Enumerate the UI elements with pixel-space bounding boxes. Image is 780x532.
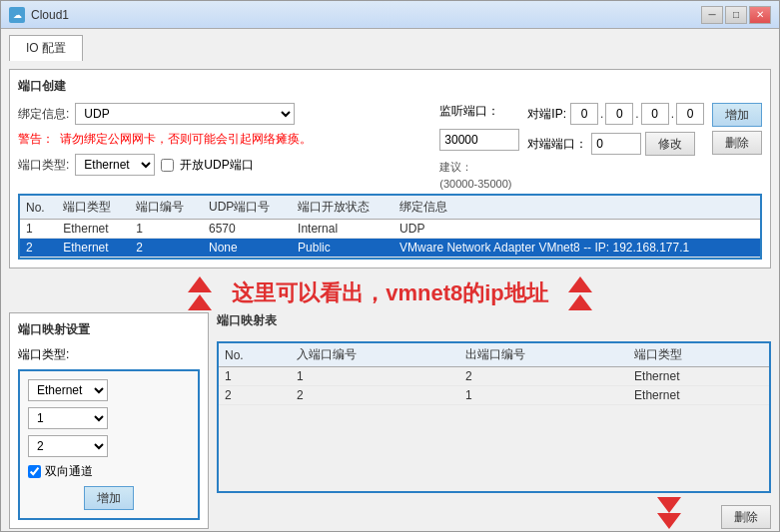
right-arrow-group (568, 276, 592, 310)
left-arrow-up-icon (188, 276, 212, 292)
cell-type: Ethernet (57, 239, 130, 258)
add-mapping-button[interactable]: 增加 (84, 486, 134, 510)
cell-bind: VMware Network Adapter VMnet8 -- IP: 192… (393, 239, 760, 258)
ip-octet-2[interactable] (605, 103, 633, 125)
dest-ip-input: . . . (570, 103, 704, 125)
pmap-row[interactable]: 221Ethernet (219, 386, 769, 405)
pmap-type-select[interactable]: Ethernet (28, 379, 108, 401)
arrow-down-icon (657, 497, 681, 513)
listen-port-label: 监听端口： (439, 103, 499, 120)
main-window: ☁ Cloud1 ─ □ ✕ IO 配置 端口创建 绑定信息: UDP (0, 0, 780, 532)
maximize-button[interactable]: □ (725, 6, 747, 24)
bind-info-select[interactable]: UDP (75, 103, 295, 125)
pmap-type-label: 端口类型: (18, 346, 69, 363)
suggest-label: 建议： (439, 160, 519, 175)
pmap-table-container: No. 入端口编号 出端口编号 端口类型 112Ethernet221Ether… (217, 341, 771, 493)
pmap-cell-out: 1 (459, 386, 628, 405)
cell-type: Ethernet (57, 220, 130, 239)
port-table-body: 1Ethernet16570InternalUDP2Ethernet2NoneP… (20, 220, 760, 258)
pmap-cell-out: 2 (459, 367, 628, 386)
table-row[interactable]: 1Ethernet16570InternalUDP (20, 220, 760, 239)
bidirectional-label: 双向通道 (45, 463, 93, 480)
pmap-table-title: 端口映射表 (217, 312, 771, 329)
pmap-col-out: 出端口编号 (459, 343, 628, 367)
pmap-in-port-select[interactable]: 1 (28, 407, 108, 429)
pmap-out-port-select[interactable]: 2 (28, 435, 108, 457)
listen-port-row: 监听端口： (439, 103, 519, 120)
delete-button-top[interactable]: 删除 (712, 131, 762, 155)
pmap-cell-in: 1 (291, 367, 459, 386)
bottom-area: 端口映射设置 端口类型: Ethernet 1 (9, 312, 771, 529)
warning-label: 警告： (18, 131, 54, 148)
title-bar-left: ☁ Cloud1 (9, 7, 69, 23)
col-no: No. (20, 196, 57, 220)
minimize-button[interactable]: ─ (701, 6, 723, 24)
port-table: No. 端口类型 端口编号 UDP端口号 端口开放状态 绑定信息 1Ethern… (20, 196, 760, 258)
col-bind: 绑定信息 (393, 196, 760, 220)
annotation-area: 这里可以看出，vmnet8的ip地址 (9, 276, 771, 310)
table-header-row: No. 端口类型 端口编号 UDP端口号 端口开放状态 绑定信息 (20, 196, 760, 220)
port-type-select[interactable]: Ethernet (75, 154, 155, 176)
arrow-down2-icon (657, 513, 681, 529)
col-status: 端口开放状态 (292, 196, 393, 220)
col-udp: UDP端口号 (203, 196, 292, 220)
pmap-col-no: No. (219, 343, 291, 367)
pmap-table: No. 入端口编号 出端口编号 端口类型 112Ethernet221Ether… (219, 343, 769, 405)
tab-io-config[interactable]: IO 配置 (9, 35, 83, 61)
ip-octet-3[interactable] (641, 103, 669, 125)
cell-udp: 6570 (203, 220, 292, 239)
pmap-cell-no: 1 (219, 367, 291, 386)
dest-port-label: 对端端口： (527, 136, 587, 153)
warning-row: 警告： 请勿绑定公网网卡，否则可能会引起网络瘫痪。 (18, 131, 429, 148)
pmap-in-port-row: 1 (28, 407, 190, 429)
ip-octet-1[interactable] (570, 103, 598, 125)
pmap-out-port-row: 2 (28, 435, 190, 457)
pmap-table-body: 112Ethernet221Ethernet (219, 367, 769, 405)
close-button[interactable]: ✕ (749, 6, 771, 24)
port-creation-title: 端口创建 (18, 78, 762, 95)
right-form: 监听端口： 30000 建议： (30000-35000) 对端IP: (439, 103, 762, 190)
pmap-type-select-row: Ethernet (28, 379, 190, 401)
pmap-bottom-row: 删除 (217, 497, 771, 529)
window-title: Cloud1 (31, 8, 69, 22)
cell-status: Internal (292, 220, 393, 239)
bind-info-row: 绑定信息: UDP (18, 103, 429, 125)
bind-info-label: 绑定信息: (18, 106, 69, 123)
col-num: 端口编号 (130, 196, 203, 220)
left-arrow-up2-icon (188, 294, 212, 310)
port-mapping-settings: 端口映射设置 端口类型: Ethernet 1 (9, 312, 209, 529)
open-udp-label: 开放UDP端口 (180, 157, 253, 174)
delete-mapping-button[interactable]: 删除 (721, 505, 771, 529)
dest-port-input[interactable] (591, 133, 641, 155)
open-udp-checkbox[interactable] (161, 159, 174, 172)
main-content: 端口创建 绑定信息: UDP 警告： 请勿绑定公网网卡，否则可能会引起网络瘫痪。 (1, 61, 779, 531)
cell-bind: UDP (393, 220, 760, 239)
pmap-cell-type: Ethernet (628, 386, 769, 405)
port-type-row: 端口类型: Ethernet 开放UDP端口 (18, 154, 429, 176)
cell-no: 2 (20, 239, 57, 258)
add-button-top[interactable]: 增加 (712, 103, 762, 127)
listen-port-input[interactable]: 30000 (439, 129, 519, 151)
cell-num: 2 (130, 239, 203, 258)
pmap-row[interactable]: 112Ethernet (219, 367, 769, 386)
ip-octet-4[interactable] (676, 103, 704, 125)
modify-button[interactable]: 修改 (645, 132, 695, 156)
right-arrow-up2-icon (568, 294, 592, 310)
cell-status: Public (292, 239, 393, 258)
suggest-range: (30000-35000) (439, 178, 519, 190)
dest-ip-label: 对端IP: (527, 106, 566, 123)
title-bar: ☁ Cloud1 ─ □ ✕ (1, 1, 779, 29)
annotation-text: 这里可以看出，vmnet8的ip地址 (232, 278, 548, 308)
tab-bar: IO 配置 (1, 29, 779, 61)
bidirectional-checkbox[interactable] (28, 465, 41, 478)
pmap-col-in: 入端口编号 (291, 343, 459, 367)
top-form-area: 绑定信息: UDP 警告： 请勿绑定公网网卡，否则可能会引起网络瘫痪。 端口类型… (18, 103, 762, 190)
left-arrow-group (188, 276, 212, 310)
pmap-header-row: No. 入端口编号 出端口编号 端口类型 (219, 343, 769, 367)
port-mapping-settings-title: 端口映射设置 (18, 321, 200, 338)
port-table-container: No. 端口类型 端口编号 UDP端口号 端口开放状态 绑定信息 1Ethern… (18, 194, 762, 260)
dest-section: 对端IP: . . . 对端 (527, 103, 704, 156)
table-row[interactable]: 2Ethernet2NonePublicVMware Network Adapt… (20, 239, 760, 258)
port-creation-section: 端口创建 绑定信息: UDP 警告： 请勿绑定公网网卡，否则可能会引起网络瘫痪。 (9, 69, 771, 268)
pmap-cell-no: 2 (219, 386, 291, 405)
